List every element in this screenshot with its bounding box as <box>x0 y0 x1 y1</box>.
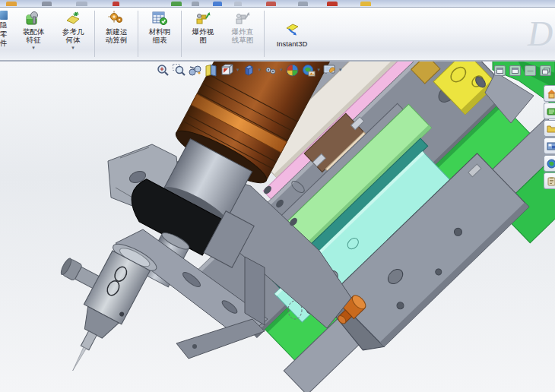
bill-of-materials-icon <box>151 10 168 27</box>
tab-design-library[interactable] <box>544 103 555 119</box>
dropdown-caret[interactable]: ▾ <box>236 67 239 73</box>
instant3d-button[interactable]: Instant3D <box>266 8 318 60</box>
clipped-toolbar-icon[interactable] <box>42 2 52 6</box>
tab-appearances-scenes[interactable] <box>544 155 555 172</box>
button-label: 动算例 <box>106 36 128 44</box>
toolbar-separator <box>138 11 138 57</box>
button-label: 装配体 <box>23 27 45 36</box>
clipped-toolbar-icon[interactable] <box>327 2 338 6</box>
clipped-toolbar-icon[interactable] <box>266 2 276 6</box>
tab-solidworks-resources[interactable] <box>544 85 555 102</box>
button-label: 线草图 <box>232 36 254 44</box>
dropdown-caret[interactable]: ▾ <box>318 67 321 73</box>
button-label: 细表 <box>153 36 167 44</box>
reference-geometry-button[interactable]: 参考几 何体 ▾ <box>53 8 93 60</box>
tab-file-explorer[interactable] <box>544 120 555 137</box>
zoom-to-area-icon[interactable] <box>172 63 186 77</box>
assembly-features-button[interactable]: 装配体 特征 ▾ <box>14 8 53 60</box>
dropdown-caret[interactable]: ▾ <box>280 67 283 73</box>
clipped-toolbar-icon[interactable] <box>213 2 222 6</box>
globe-icon <box>547 159 555 169</box>
dropdown-caret[interactable]: ▾ <box>339 67 342 73</box>
tile-window-button[interactable] <box>509 65 521 76</box>
new-motion-study-icon <box>108 10 125 27</box>
new-motion-study-button[interactable]: 新建运 动算例 <box>97 8 136 60</box>
button-label: 特征 <box>27 36 41 44</box>
library-icon <box>547 106 555 116</box>
reference-geometry-icon <box>65 10 81 27</box>
tile-window-button[interactable] <box>494 65 506 76</box>
edit-appearance-icon[interactable] <box>285 63 300 77</box>
exploded-view-button[interactable]: 爆炸视 图 <box>183 8 223 60</box>
button-label: 何体 <box>66 36 81 44</box>
tab-custom-properties[interactable] <box>544 172 555 189</box>
clipped-toolbar-icon[interactable] <box>234 2 242 6</box>
partial-char: 件 <box>0 39 8 48</box>
button-label: 爆炸视 <box>192 27 214 36</box>
arm-hole <box>192 344 197 349</box>
button-label: 材料明 <box>149 27 171 36</box>
button-label: Instant3D <box>277 40 308 48</box>
partial-button-icon <box>0 11 8 20</box>
assembly-features-icon <box>25 10 42 27</box>
dropdown-caret[interactable]: ▾ <box>258 67 262 73</box>
folder-icon <box>547 124 555 134</box>
toolbar-separator <box>94 11 95 57</box>
brand-watermark: D <box>528 14 553 54</box>
clipped-toolbar-icon[interactable] <box>192 2 199 6</box>
view-settings-icon[interactable] <box>322 63 337 77</box>
minimize-window-button[interactable]: — <box>525 65 536 76</box>
exploded-view-icon <box>195 10 211 27</box>
clipped-toolbar-icon[interactable] <box>298 2 308 6</box>
dropdown-caret[interactable]: ▾ <box>32 45 35 50</box>
toolbar-separator <box>181 11 182 57</box>
clipped-toolbar-icon[interactable] <box>6 2 17 6</box>
explode-line-sketch-icon <box>234 10 251 27</box>
button-label: 参考几 <box>62 27 84 36</box>
button-label: 爆炸直 <box>232 27 254 36</box>
clipped-toolbar-icon[interactable] <box>360 2 371 6</box>
palette-icon <box>547 141 555 151</box>
explode-line-sketch-button[interactable]: 爆炸直 线草图 <box>223 8 262 60</box>
clipped-toolbar-icon[interactable] <box>171 2 182 6</box>
tab-view-palette[interactable] <box>544 138 555 154</box>
heads-up-view-toolbar: ▾ ▾ ▾ ▾ ▾ <box>156 62 343 77</box>
part-link-bar[interactable] <box>245 257 265 325</box>
apply-scene-icon[interactable] <box>301 63 316 77</box>
bill-of-materials-button[interactable]: 材料明 细表 <box>140 8 179 60</box>
clipboard-icon <box>547 176 555 186</box>
clipped-toolbar-icon[interactable] <box>113 2 119 6</box>
document-window-controls: — <box>494 65 551 76</box>
button-label: 图 <box>199 36 207 44</box>
previous-view-icon[interactable] <box>188 63 202 77</box>
command-manager-toolbar: 隐 零 件 装配体 特征 ▾ 参考几 何体 ▾ 新 <box>0 8 555 62</box>
dropdown-caret[interactable]: ▾ <box>71 45 75 50</box>
zoom-to-fit-icon[interactable] <box>156 63 170 77</box>
partial-char: 隐 <box>0 21 8 30</box>
instant3d-icon <box>284 22 300 39</box>
home-icon <box>547 89 555 99</box>
button-label: 新建运 <box>106 27 128 36</box>
partial-char: 零 <box>0 30 8 39</box>
restore-window-button[interactable] <box>540 65 551 76</box>
section-view-icon[interactable] <box>204 63 218 77</box>
clipped-toolbar-icon[interactable] <box>76 2 87 6</box>
partial-hidden-components-button[interactable]: 隐 零 件 <box>0 8 14 60</box>
clipped-menu-strip <box>0 0 555 8</box>
display-style-icon[interactable] <box>242 63 256 77</box>
view-orientation-icon[interactable] <box>220 63 234 77</box>
toolbar-separator <box>264 11 265 57</box>
task-pane-tab-strip <box>544 85 555 190</box>
hide-show-items-icon[interactable] <box>263 63 278 77</box>
